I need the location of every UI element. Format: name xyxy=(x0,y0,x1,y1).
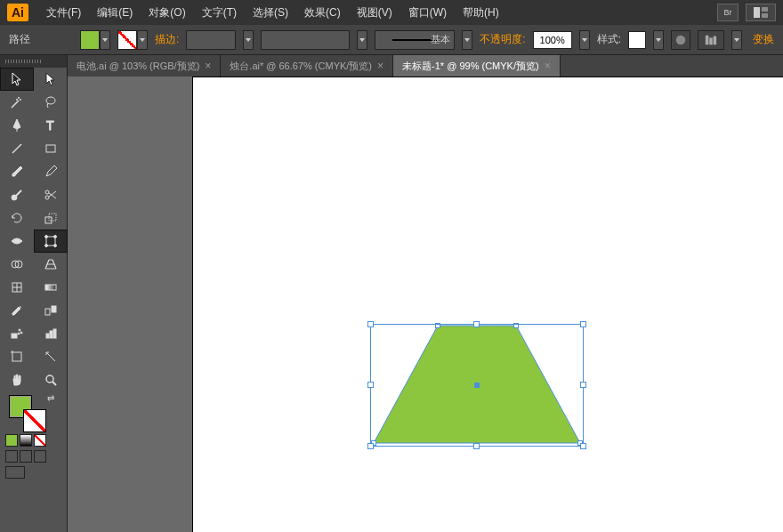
canvas-area[interactable] xyxy=(68,77,783,532)
menu-view[interactable]: 视图(V) xyxy=(350,2,400,24)
opacity-dropdown[interactable] xyxy=(579,30,590,50)
stroke-label[interactable]: 描边: xyxy=(155,32,179,47)
svg-rect-2 xyxy=(762,13,768,18)
align-button[interactable] xyxy=(698,30,724,50)
document-tab-bar: 电池.ai @ 103% (RGB/预览) × 烛台.ai* @ 66.67% … xyxy=(68,55,783,77)
resize-handle[interactable] xyxy=(473,443,480,449)
resize-handle[interactable] xyxy=(367,321,374,327)
color-mode-none[interactable] xyxy=(34,434,46,447)
perspective-tool[interactable] xyxy=(34,253,68,276)
line-tool[interactable] xyxy=(0,137,34,160)
arrange-documents-button[interactable] xyxy=(746,4,776,21)
slice-tool[interactable] xyxy=(34,345,68,368)
brush-dropdown[interactable] xyxy=(462,30,472,50)
artboard[interactable] xyxy=(192,77,783,532)
direct-selection-tool[interactable] xyxy=(34,68,68,91)
stroke-profile-field[interactable] xyxy=(261,30,350,50)
recolor-button[interactable] xyxy=(671,30,690,50)
draw-inside[interactable] xyxy=(34,450,46,463)
type-tool[interactable]: T xyxy=(34,114,68,137)
column-graph-tool[interactable] xyxy=(34,322,68,345)
transform-link[interactable]: 变换 xyxy=(753,32,774,47)
bridge-button[interactable]: Br xyxy=(717,4,739,21)
document-tab[interactable]: 电池.ai @ 103% (RGB/预览) × xyxy=(68,55,221,77)
pen-tool[interactable] xyxy=(0,114,34,137)
screen-mode-button[interactable] xyxy=(5,466,25,479)
symbol-sprayer-tool[interactable] xyxy=(0,322,34,345)
blend-tool[interactable] xyxy=(34,299,68,322)
paintbrush-tool[interactable] xyxy=(0,160,34,183)
foreground-stroke-swatch[interactable] xyxy=(23,409,46,432)
stroke-weight-input[interactable] xyxy=(190,35,231,45)
menu-file[interactable]: 文件(F) xyxy=(39,2,88,24)
svg-rect-4 xyxy=(706,35,709,44)
close-icon[interactable]: × xyxy=(205,60,211,72)
shape-builder-tool[interactable] xyxy=(0,253,34,276)
toolbox-grip[interactable] xyxy=(0,55,67,68)
svg-rect-36 xyxy=(12,352,21,361)
stroke-dropdown[interactable] xyxy=(137,30,148,50)
rotate-tool[interactable] xyxy=(0,206,34,230)
rectangle-tool[interactable] xyxy=(34,137,68,160)
magic-wand-tool[interactable] xyxy=(0,91,34,114)
document-tab-label: 未标题-1* @ 99% (CMYK/预览) xyxy=(402,60,539,73)
menu-type[interactable]: 文字(T) xyxy=(195,2,244,24)
resize-handle[interactable] xyxy=(580,443,586,449)
document-tab[interactable]: 未标题-1* @ 99% (CMYK/预览) × xyxy=(393,55,561,77)
stroke-swatch[interactable] xyxy=(117,30,137,50)
style-swatch[interactable] xyxy=(628,31,646,49)
selection-tool[interactable] xyxy=(0,68,34,91)
resize-handle[interactable] xyxy=(367,443,374,449)
svg-text:T: T xyxy=(46,118,54,133)
swap-fill-stroke-icon[interactable]: ⇄ xyxy=(47,393,54,403)
svg-point-12 xyxy=(45,190,49,194)
style-dropdown[interactable] xyxy=(653,30,664,50)
draw-normal[interactable] xyxy=(5,450,18,463)
color-mode-gradient[interactable] xyxy=(20,434,32,447)
stroke-profile-dropdown[interactable] xyxy=(357,30,367,50)
resize-handle[interactable] xyxy=(367,382,374,388)
svg-line-9 xyxy=(12,144,21,153)
pencil-tool[interactable] xyxy=(34,160,68,183)
svg-point-17 xyxy=(45,236,48,238)
hand-tool[interactable] xyxy=(0,368,34,391)
resize-handle[interactable] xyxy=(473,321,480,327)
scissors-tool[interactable] xyxy=(34,183,68,206)
menu-effect[interactable]: 效果(C) xyxy=(297,2,348,24)
opacity-input[interactable] xyxy=(533,31,572,49)
svg-line-40 xyxy=(52,382,56,385)
blob-brush-tool[interactable] xyxy=(0,183,34,206)
opacity-label[interactable]: 不透明度: xyxy=(480,32,525,47)
color-mode-row xyxy=(0,432,67,448)
eyedropper-tool[interactable] xyxy=(0,299,34,322)
align-dropdown[interactable] xyxy=(731,30,742,50)
color-mode-solid[interactable] xyxy=(5,434,18,447)
menu-window[interactable]: 窗口(W) xyxy=(401,2,454,24)
fill-dropdown[interactable] xyxy=(100,30,110,50)
menu-help[interactable]: 帮助(H) xyxy=(456,2,506,24)
svg-rect-29 xyxy=(12,334,17,338)
brush-field[interactable]: 基本 xyxy=(375,30,455,50)
stroke-weight-dropdown[interactable] xyxy=(243,30,254,50)
stroke-weight-field[interactable] xyxy=(186,30,236,50)
resize-handle[interactable] xyxy=(580,382,586,388)
svg-rect-6 xyxy=(714,36,717,44)
screen-mode-row xyxy=(0,464,67,480)
mesh-tool[interactable] xyxy=(0,276,34,299)
document-tab[interactable]: 烛台.ai* @ 66.67% (CMYK/预览) × xyxy=(221,55,393,77)
scale-tool[interactable] xyxy=(34,206,68,230)
artboard-tool[interactable] xyxy=(0,345,34,368)
menu-object[interactable]: 对象(O) xyxy=(141,2,192,24)
fill-swatch[interactable] xyxy=(80,30,100,50)
menu-select[interactable]: 选择(S) xyxy=(246,2,295,24)
menu-edit[interactable]: 编辑(E) xyxy=(90,2,140,24)
free-transform-tool[interactable] xyxy=(34,230,68,253)
gradient-tool[interactable] xyxy=(34,276,68,299)
resize-handle[interactable] xyxy=(580,321,586,327)
close-icon[interactable]: × xyxy=(377,60,383,72)
close-icon[interactable]: × xyxy=(545,60,551,72)
zoom-tool[interactable] xyxy=(34,368,68,391)
width-tool[interactable] xyxy=(0,230,34,253)
draw-behind[interactable] xyxy=(20,450,32,463)
lasso-tool[interactable] xyxy=(34,91,68,114)
